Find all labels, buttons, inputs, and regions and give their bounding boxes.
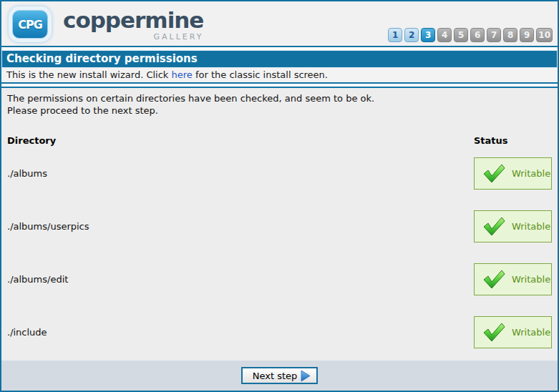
column-header-directory: Directory — [7, 135, 474, 146]
checkmark-icon — [482, 163, 505, 183]
status-badge: Writable — [474, 263, 552, 295]
status-badge-label: Writable — [512, 327, 550, 338]
classic-install-link[interactable]: here — [172, 69, 193, 80]
table-row: ./albums Writable — [7, 157, 552, 190]
next-step-button[interactable]: Next step — [241, 367, 319, 384]
status-badge-label: Writable — [512, 274, 550, 285]
status-badge: Writable — [474, 157, 552, 190]
status-badge-label: Writable — [512, 221, 550, 232]
step-9: 9 — [520, 28, 534, 42]
status-message-line1: The permissions on certain directories h… — [7, 93, 552, 105]
info-text-before: This is the new install wizard. Click — [6, 69, 172, 80]
checkmark-icon — [482, 322, 505, 342]
brand-name: coppermine — [63, 9, 203, 31]
step-7: 7 — [487, 28, 501, 42]
status-message-line2: Please proceed to the next step. — [7, 105, 552, 117]
directory-path: ./albums/edit — [7, 274, 474, 285]
status-message: The permissions on certain directories h… — [7, 93, 552, 117]
wizard-info-bar: This is the new install wizard. Click he… — [1, 68, 558, 84]
directory-path: ./include — [7, 327, 474, 338]
directory-path: ./albums/userpics — [7, 221, 474, 232]
status-badge: Writable — [474, 210, 552, 242]
footer-bar: Next step — [1, 361, 558, 391]
table-row: ./albums/userpics Writable — [7, 210, 552, 242]
coppermine-logo: CPG — [9, 6, 52, 42]
step-6: 6 — [470, 28, 485, 42]
table-row: ./albums/edit Writable — [7, 263, 552, 295]
step-4: 4 — [437, 28, 452, 42]
step-1: 1 — [388, 28, 402, 42]
wizard-step-indicator: 1 2 3 4 5 6 7 8 9 10 — [388, 28, 553, 42]
table-header: Directory Status — [7, 135, 552, 146]
step-8: 8 — [503, 28, 517, 42]
table-row: ./include Writable — [7, 316, 552, 348]
brand-wordmark: coppermine GALLERY — [63, 9, 203, 41]
page-title: Checking directory permissions — [1, 50, 558, 68]
column-header-status: Status — [474, 135, 552, 146]
install-wizard-page: CPG coppermine GALLERY 1 2 3 4 5 6 7 8 9… — [0, 0, 559, 392]
checkmark-icon — [482, 269, 505, 289]
brand-subtitle: GALLERY — [63, 32, 203, 41]
step-2: 2 — [404, 28, 419, 42]
checkmark-icon — [482, 216, 505, 236]
step-10: 10 — [536, 28, 553, 42]
header: CPG coppermine GALLERY 1 2 3 4 5 6 7 8 9… — [1, 1, 558, 47]
next-arrow-icon — [301, 370, 311, 382]
step-3-current: 3 — [421, 28, 435, 42]
step-5: 5 — [454, 28, 468, 42]
info-text-after: for the classic install screen. — [193, 69, 328, 80]
next-step-label: Next step — [253, 371, 298, 381]
status-badge-label: Writable — [512, 168, 550, 179]
directory-path: ./albums — [7, 168, 474, 179]
cpg-logo-icon: CPG — [12, 10, 48, 39]
main-content: The permissions on certain directories h… — [1, 87, 558, 361]
status-badge: Writable — [474, 316, 552, 348]
